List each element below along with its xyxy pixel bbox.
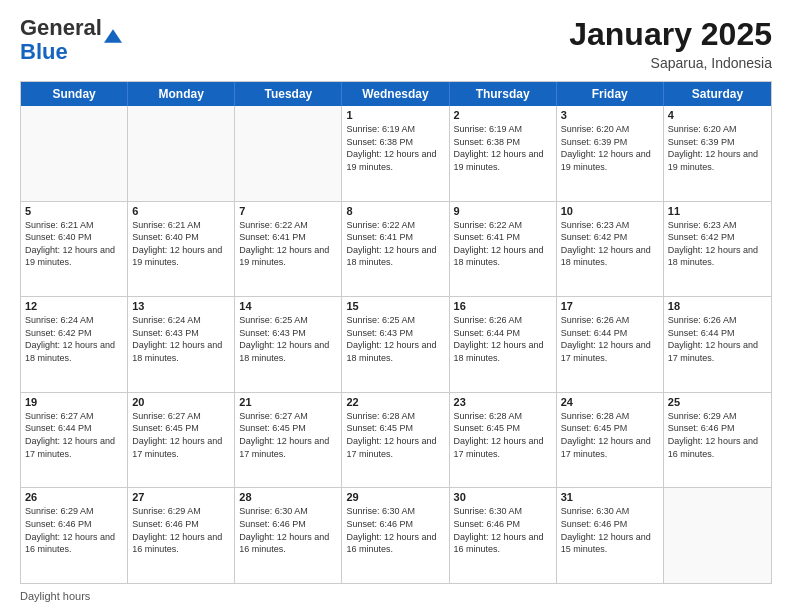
cal-cell [21, 106, 128, 201]
day-number: 13 [132, 300, 230, 312]
day-number: 31 [561, 491, 659, 503]
day-number: 28 [239, 491, 337, 503]
cal-cell: 12Sunrise: 6:24 AM Sunset: 6:42 PM Dayli… [21, 297, 128, 392]
cell-info: Sunrise: 6:30 AM Sunset: 6:46 PM Dayligh… [561, 505, 659, 555]
cal-cell: 10Sunrise: 6:23 AM Sunset: 6:42 PM Dayli… [557, 202, 664, 297]
cal-cell: 18Sunrise: 6:26 AM Sunset: 6:44 PM Dayli… [664, 297, 771, 392]
logo-icon [104, 29, 122, 43]
cal-cell: 1Sunrise: 6:19 AM Sunset: 6:38 PM Daylig… [342, 106, 449, 201]
day-of-week-thursday: Thursday [450, 82, 557, 106]
day-number: 12 [25, 300, 123, 312]
footer: Daylight hours [20, 590, 772, 602]
day-number: 9 [454, 205, 552, 217]
day-number: 22 [346, 396, 444, 408]
cell-info: Sunrise: 6:25 AM Sunset: 6:43 PM Dayligh… [346, 314, 444, 364]
day-number: 18 [668, 300, 767, 312]
cell-info: Sunrise: 6:21 AM Sunset: 6:40 PM Dayligh… [25, 219, 123, 269]
cell-info: Sunrise: 6:27 AM Sunset: 6:45 PM Dayligh… [132, 410, 230, 460]
cal-cell: 29Sunrise: 6:30 AM Sunset: 6:46 PM Dayli… [342, 488, 449, 583]
calendar-row-1: 5Sunrise: 6:21 AM Sunset: 6:40 PM Daylig… [21, 201, 771, 297]
calendar-row-3: 19Sunrise: 6:27 AM Sunset: 6:44 PM Dayli… [21, 392, 771, 488]
cal-cell: 21Sunrise: 6:27 AM Sunset: 6:45 PM Dayli… [235, 393, 342, 488]
daylight-label: Daylight hours [20, 590, 90, 602]
day-number: 25 [668, 396, 767, 408]
cell-info: Sunrise: 6:23 AM Sunset: 6:42 PM Dayligh… [668, 219, 767, 269]
cal-cell: 15Sunrise: 6:25 AM Sunset: 6:43 PM Dayli… [342, 297, 449, 392]
day-of-week-sunday: Sunday [21, 82, 128, 106]
day-of-week-monday: Monday [128, 82, 235, 106]
calendar-body: 1Sunrise: 6:19 AM Sunset: 6:38 PM Daylig… [21, 106, 771, 583]
day-number: 7 [239, 205, 337, 217]
cell-info: Sunrise: 6:19 AM Sunset: 6:38 PM Dayligh… [346, 123, 444, 173]
cal-cell: 2Sunrise: 6:19 AM Sunset: 6:38 PM Daylig… [450, 106, 557, 201]
day-number: 17 [561, 300, 659, 312]
cell-info: Sunrise: 6:29 AM Sunset: 6:46 PM Dayligh… [132, 505, 230, 555]
cell-info: Sunrise: 6:30 AM Sunset: 6:46 PM Dayligh… [454, 505, 552, 555]
cell-info: Sunrise: 6:26 AM Sunset: 6:44 PM Dayligh… [668, 314, 767, 364]
page: General Blue January 2025 Saparua, Indon… [0, 0, 792, 612]
cal-cell: 14Sunrise: 6:25 AM Sunset: 6:43 PM Dayli… [235, 297, 342, 392]
day-number: 5 [25, 205, 123, 217]
cal-cell: 11Sunrise: 6:23 AM Sunset: 6:42 PM Dayli… [664, 202, 771, 297]
calendar: SundayMondayTuesdayWednesdayThursdayFrid… [20, 81, 772, 584]
day-number: 27 [132, 491, 230, 503]
day-of-week-saturday: Saturday [664, 82, 771, 106]
cal-cell: 17Sunrise: 6:26 AM Sunset: 6:44 PM Dayli… [557, 297, 664, 392]
day-number: 20 [132, 396, 230, 408]
cal-cell: 16Sunrise: 6:26 AM Sunset: 6:44 PM Dayli… [450, 297, 557, 392]
month-title: January 2025 [569, 16, 772, 53]
cal-cell: 24Sunrise: 6:28 AM Sunset: 6:45 PM Dayli… [557, 393, 664, 488]
cal-cell: 27Sunrise: 6:29 AM Sunset: 6:46 PM Dayli… [128, 488, 235, 583]
day-number: 24 [561, 396, 659, 408]
logo-general: General [20, 15, 102, 40]
cell-info: Sunrise: 6:30 AM Sunset: 6:46 PM Dayligh… [239, 505, 337, 555]
cell-info: Sunrise: 6:28 AM Sunset: 6:45 PM Dayligh… [561, 410, 659, 460]
calendar-row-2: 12Sunrise: 6:24 AM Sunset: 6:42 PM Dayli… [21, 296, 771, 392]
cal-cell: 8Sunrise: 6:22 AM Sunset: 6:41 PM Daylig… [342, 202, 449, 297]
cell-info: Sunrise: 6:29 AM Sunset: 6:46 PM Dayligh… [25, 505, 123, 555]
cal-cell: 25Sunrise: 6:29 AM Sunset: 6:46 PM Dayli… [664, 393, 771, 488]
cal-cell: 3Sunrise: 6:20 AM Sunset: 6:39 PM Daylig… [557, 106, 664, 201]
day-number: 3 [561, 109, 659, 121]
calendar-row-0: 1Sunrise: 6:19 AM Sunset: 6:38 PM Daylig… [21, 106, 771, 201]
cell-info: Sunrise: 6:27 AM Sunset: 6:44 PM Dayligh… [25, 410, 123, 460]
calendar-header: SundayMondayTuesdayWednesdayThursdayFrid… [21, 82, 771, 106]
day-number: 16 [454, 300, 552, 312]
day-number: 19 [25, 396, 123, 408]
day-number: 11 [668, 205, 767, 217]
cal-cell: 6Sunrise: 6:21 AM Sunset: 6:40 PM Daylig… [128, 202, 235, 297]
day-number: 6 [132, 205, 230, 217]
cal-cell: 9Sunrise: 6:22 AM Sunset: 6:41 PM Daylig… [450, 202, 557, 297]
cal-cell: 4Sunrise: 6:20 AM Sunset: 6:39 PM Daylig… [664, 106, 771, 201]
cal-cell: 28Sunrise: 6:30 AM Sunset: 6:46 PM Dayli… [235, 488, 342, 583]
cal-cell [128, 106, 235, 201]
day-number: 2 [454, 109, 552, 121]
cell-info: Sunrise: 6:26 AM Sunset: 6:44 PM Dayligh… [454, 314, 552, 364]
cell-info: Sunrise: 6:30 AM Sunset: 6:46 PM Dayligh… [346, 505, 444, 555]
cal-cell: 5Sunrise: 6:21 AM Sunset: 6:40 PM Daylig… [21, 202, 128, 297]
cell-info: Sunrise: 6:22 AM Sunset: 6:41 PM Dayligh… [346, 219, 444, 269]
cell-info: Sunrise: 6:25 AM Sunset: 6:43 PM Dayligh… [239, 314, 337, 364]
cell-info: Sunrise: 6:28 AM Sunset: 6:45 PM Dayligh… [346, 410, 444, 460]
cal-cell: 22Sunrise: 6:28 AM Sunset: 6:45 PM Dayli… [342, 393, 449, 488]
cell-info: Sunrise: 6:29 AM Sunset: 6:46 PM Dayligh… [668, 410, 767, 460]
cell-info: Sunrise: 6:24 AM Sunset: 6:42 PM Dayligh… [25, 314, 123, 364]
cell-info: Sunrise: 6:26 AM Sunset: 6:44 PM Dayligh… [561, 314, 659, 364]
cell-info: Sunrise: 6:23 AM Sunset: 6:42 PM Dayligh… [561, 219, 659, 269]
cell-info: Sunrise: 6:21 AM Sunset: 6:40 PM Dayligh… [132, 219, 230, 269]
cal-cell: 19Sunrise: 6:27 AM Sunset: 6:44 PM Dayli… [21, 393, 128, 488]
cell-info: Sunrise: 6:22 AM Sunset: 6:41 PM Dayligh… [239, 219, 337, 269]
logo-blue: Blue [20, 39, 68, 64]
cal-cell: 13Sunrise: 6:24 AM Sunset: 6:43 PM Dayli… [128, 297, 235, 392]
cell-info: Sunrise: 6:27 AM Sunset: 6:45 PM Dayligh… [239, 410, 337, 460]
day-number: 8 [346, 205, 444, 217]
cell-info: Sunrise: 6:24 AM Sunset: 6:43 PM Dayligh… [132, 314, 230, 364]
day-number: 14 [239, 300, 337, 312]
cal-cell: 23Sunrise: 6:28 AM Sunset: 6:45 PM Dayli… [450, 393, 557, 488]
day-number: 4 [668, 109, 767, 121]
day-number: 1 [346, 109, 444, 121]
cell-info: Sunrise: 6:28 AM Sunset: 6:45 PM Dayligh… [454, 410, 552, 460]
day-number: 23 [454, 396, 552, 408]
logo: General Blue [20, 16, 122, 64]
day-of-week-tuesday: Tuesday [235, 82, 342, 106]
